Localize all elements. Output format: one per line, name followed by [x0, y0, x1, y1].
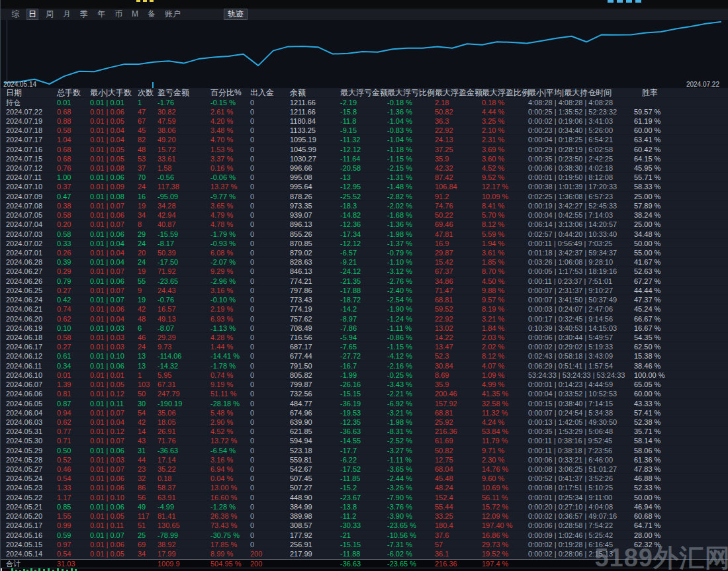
table-row[interactable]: 2024.05.310.770.01 | 0.121426.914.52 %06… [1, 427, 728, 436]
table-row[interactable]: 2024.06.240.420.01 | 0.0719-0.76-0.10 %0… [1, 295, 728, 304]
table-row[interactable]: 2024.06.270.290.01 | 0.071971.929.29 %08… [1, 267, 728, 276]
column-header-max-float-loss[interactable]: 最大浮亏金额 [340, 88, 387, 98]
tab-日[interactable]: 日 [27, 9, 38, 19]
table-row[interactable]: 2024.06.200.620.01 | 0.044849.136.93 %07… [1, 314, 728, 324]
table-row[interactable]: 2024.06.170.270.01 | 0.03249.731.44 %068… [1, 342, 728, 351]
column-header-max-float-profit[interactable]: 最大浮盈金额 [435, 88, 482, 98]
table-row[interactable]: 2024.07.150.680.01 | 0.055333.613.37 %01… [1, 154, 728, 163]
table-row[interactable]: 2024.07.111.000.01 | 0.0670-0.56-0.06 %0… [1, 173, 728, 182]
tab-综[interactable]: 综 [10, 9, 21, 19]
column-header-trade-count[interactable]: 次数 [138, 88, 158, 98]
tab-备[interactable]: 备 [146, 9, 157, 19]
cell-max-float-profit: 29.87 [435, 248, 482, 257]
table-row[interactable]: 2024.07.080.380.01 | 0.071934.283.65 %09… [1, 201, 728, 210]
table-row[interactable]: 2024.06.190.100.01 | 0.036-8.07-1.13 %07… [1, 324, 728, 333]
table-row[interactable]: 2024.07.180.580.01 | 0.044538.063.48 %01… [1, 126, 728, 135]
table-row[interactable]: 2024.07.220.680.01 | 0.064730.822.61 %01… [1, 107, 728, 116]
tab-季[interactable]: 季 [79, 9, 89, 19]
clipped-candle-strip [1, 568, 728, 571]
table-row[interactable]: 2024.05.280.520.01 | 0.034417.143.16 %05… [1, 455, 728, 464]
table-row[interactable]: 2024.06.071.390.01 | 0.0510367.319.19 %0… [1, 380, 728, 389]
cell-max-float-loss-pct: -2.82 % [387, 192, 435, 201]
cell-max-float-loss-pct: -3.26 % [387, 483, 435, 492]
table-row[interactable]: 2024.05.160.590.01 | 0.0725-78.99-30.75 … [1, 531, 728, 540]
column-header-total-lots[interactable]: 总手数 [57, 88, 90, 98]
total-row[interactable]: 合计31.031009.9504.95 %200-36.63-23.65 %21… [1, 560, 728, 568]
tab-M[interactable]: M [130, 9, 140, 19]
table-row[interactable]: 2024.06.050.870.01 | 0.1130-190.19-28.18… [1, 399, 728, 408]
column-header-deposit-withdraw[interactable]: 出入金 [250, 88, 290, 98]
table-row[interactable]: 2024.07.171.040.01 | 0.048249.204.70 %01… [1, 135, 728, 144]
table-row[interactable]: 2024.06.040.940.01 | 0.075435.065.48 %06… [1, 408, 728, 417]
tab-币[interactable]: 币 [113, 9, 124, 19]
tab-年[interactable]: 年 [96, 9, 107, 19]
table-row[interactable]: 2024.07.010.260.01 | 0.042050.396.08 %08… [1, 248, 728, 257]
table-row[interactable]: 2024.07.030.580.01 | 0.0629-15.59-1.79 %… [1, 230, 728, 239]
cell-hold-time: 0:00:13 | 1:42:05 | 49:30:50 [528, 417, 634, 427]
table-row[interactable]: 2024.05.290.500.01 | 0.0631-36.63-6.54 %… [1, 446, 728, 455]
cell-max-float-loss: -13 [340, 173, 387, 182]
column-header-date[interactable]: 日期 [6, 88, 57, 98]
cell-hold-time: 0:00:11 | 0:38:16 | 9:52:45 [528, 436, 634, 445]
table-row[interactable]: 2024.06.120.610.01 | 0.1013-114.06-14.41… [1, 351, 728, 361]
table-row[interactable]: 2024.07.020.330.01 | 0.0424-8.17-0.93 %0… [1, 239, 728, 248]
column-header-balance[interactable]: 余额 [290, 88, 340, 98]
equity-chart[interactable]: 2024.05.14 2024.07.22 [1, 20, 728, 88]
table-row[interactable]: 2024.05.140.540.01 | 0.053417.998.99 %20… [1, 549, 728, 558]
cell-trade-count: 70 [138, 173, 158, 182]
table-row[interactable]: 2024.06.210.740.01 | 0.064216.572.19 %07… [1, 304, 728, 314]
cell-max-float-loss: -19.53 [340, 408, 387, 417]
table-row[interactable]: 2024.05.231.330.01 | 0.068658.3713.00 %0… [1, 483, 728, 492]
position-row[interactable]: 持仓0.010.01 | 0.011-1.76-0.15 %01211.66-2… [1, 98, 728, 107]
table-row[interactable]: 2024.05.240.540.01 | 0.06320.180.04 %050… [1, 474, 728, 483]
table-row[interactable]: 2024.06.260.790.01 | 0.0655-23.65-2.96 %… [1, 277, 728, 286]
table-row[interactable]: 2024.07.100.370.01 | 0.0924117.3813.37 %… [1, 182, 728, 191]
column-header-max-float-profit-pct[interactable]: 最大浮盈比例 [482, 88, 528, 98]
table-row[interactable]: 2024.06.250.270.01 | 0.07924.433.16 %079… [1, 286, 728, 295]
table-row[interactable]: 2024.05.300.710.01 | 0.074371.7613.72 %0… [1, 436, 728, 445]
cell-pnl-percent: 9.29 % [210, 267, 250, 276]
cell-date: 2024.06.10 [6, 371, 57, 380]
column-header-max-float-loss-pct[interactable]: 最大浮亏比例 [387, 88, 435, 98]
table-row[interactable]: 2024.05.221.170.01 | 0.105663.9116.60 %0… [1, 493, 728, 502]
table-row[interactable]: 2024.07.190.880.01 | 0.056747.594.20 %01… [1, 116, 728, 126]
cell-total-lots: 1.17 [57, 493, 90, 502]
cell-max-float-loss-pct: -0.79 % [387, 248, 435, 257]
cell-max-float-loss: -12.35 [340, 417, 387, 427]
cell-max-float-profit: 55.44 [435, 502, 482, 511]
cell-trade-count: 20 [138, 248, 158, 257]
cell-deposit-withdraw: 0 [250, 521, 290, 530]
table-row[interactable]: 2024.06.280.390.01 | 0.0424-17.50-2.07 %… [1, 257, 728, 267]
column-header-pnl-percent[interactable]: 百分比% [210, 88, 250, 98]
cell-total-lots: 0.58 [57, 126, 90, 135]
table-row[interactable]: 2024.06.180.580.01 | 0.034629.394.28 %07… [1, 333, 728, 342]
column-header-win-rate[interactable]: 胜率 [634, 88, 728, 98]
column-header-pnl-amount[interactable]: 盈亏金额 [158, 88, 210, 98]
column-header-min-max-lots[interactable]: 最小|大手数 [90, 88, 138, 98]
table-row[interactable]: 2024.05.150.970.01 | 0.066938.9217.85 %0… [1, 540, 728, 549]
tab-月[interactable]: 月 [62, 9, 72, 19]
tab-账户[interactable]: 账户 [163, 9, 182, 19]
table-row[interactable]: 2024.07.040.200.01 | 0.07840.874.78 %089… [1, 220, 728, 229]
cell-balance: 507.45 [290, 474, 340, 483]
table-row[interactable]: 2024.06.060.810.01 | 0.1250247.7951.11 %… [1, 389, 728, 398]
cell-pnl-amount: 34.28 [158, 201, 210, 210]
table-row[interactable]: 2024.06.110.340.01 | 0.0613-14.32-1.78 %… [1, 361, 728, 371]
cell-date: 2024.05.17 [6, 521, 57, 530]
cell-max-float-profit-pct: 5.70 % [482, 210, 528, 220]
table-row[interactable]: 2024.06.030.620.01 | 0.044218.052.90 %06… [1, 417, 728, 427]
table-row[interactable]: 2024.05.270.460.01 | 0.072335.226.94 %05… [1, 464, 728, 474]
cell-max-float-profit-pct: 2.10 % [482, 126, 528, 135]
table-row[interactable]: 2024.07.120.760.01 | 0.08371.580.16 %099… [1, 163, 728, 173]
candle-remnant [57, 568, 59, 571]
table-row[interactable]: 2024.07.050.580.01 | 0.063442.944.79 %09… [1, 210, 728, 220]
column-header-hold-time[interactable]: 最小|平均|最大持仓时间 [528, 88, 634, 98]
table-row[interactable]: 2024.06.100.010.01 | 0.0115.950.74 %0805… [1, 371, 728, 380]
table-row[interactable]: 2024.05.201.550.01 | 0.0511781.4126.38 %… [1, 511, 728, 521]
table-row[interactable]: 2024.05.210.850.01 | 0.0649-4.99-1.28 %0… [1, 502, 728, 511]
table-row[interactable]: 2024.07.090.470.01 | 0.0816-95.09-9.77 %… [1, 192, 728, 201]
table-row[interactable]: 2024.05.170.990.01 | 0.1151130.6573.43 %… [1, 521, 728, 530]
trace-button[interactable]: 轨迹 [224, 9, 247, 19]
tab-周[interactable]: 周 [44, 9, 55, 19]
table-row[interactable]: 2024.07.160.680.01 | 0.054815.721.53 %01… [1, 145, 728, 154]
